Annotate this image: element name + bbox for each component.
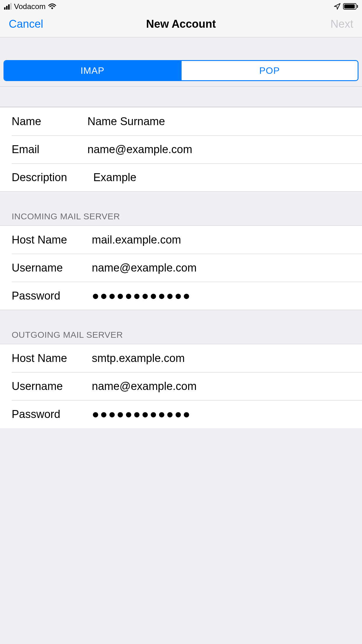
account-group: Name Email Description [0, 107, 362, 192]
outgoing-host-label: Host Name [12, 352, 92, 365]
row-incoming-host[interactable]: Host Name [0, 226, 362, 254]
tab-imap[interactable]: IMAP [4, 61, 181, 80]
row-incoming-user[interactable]: Username [0, 254, 362, 282]
incoming-host-field[interactable] [92, 234, 350, 246]
next-button[interactable]: Next [331, 18, 353, 30]
row-email[interactable]: Email [0, 135, 362, 163]
status-bar: Vodacom [0, 0, 362, 13]
email-field[interactable] [87, 143, 350, 156]
outgoing-host-field[interactable] [92, 352, 350, 365]
outgoing-header: Outgoing Mail Server [0, 310, 362, 344]
page-title: New Account [55, 18, 307, 30]
outgoing-pass-label: Password [12, 408, 92, 421]
spacer [0, 87, 362, 107]
outgoing-user-field[interactable] [92, 380, 350, 393]
row-name[interactable]: Name [0, 107, 362, 135]
incoming-user-field[interactable] [92, 262, 350, 274]
outgoing-group: Host Name Username Password ●●●●●●●●●●●● [0, 344, 362, 428]
outgoing-pass-field[interactable]: ●●●●●●●●●●●● [92, 407, 350, 421]
name-label: Name [12, 115, 87, 128]
row-description[interactable]: Description [0, 163, 362, 191]
status-right [334, 3, 358, 10]
outgoing-user-label: Username [12, 380, 92, 393]
incoming-user-label: Username [12, 262, 92, 274]
carrier-label: Vodacom [14, 2, 45, 11]
description-label: Description [12, 171, 93, 184]
row-outgoing-user[interactable]: Username [0, 372, 362, 400]
battery-icon [343, 3, 358, 10]
description-field[interactable] [93, 171, 350, 184]
incoming-pass-label: Password [12, 290, 92, 302]
cancel-button[interactable]: Cancel [9, 18, 43, 30]
protocol-segmented: IMAP POP [3, 60, 359, 81]
incoming-group: Host Name Username Password ●●●●●●●●●●●● [0, 225, 362, 310]
row-incoming-pass[interactable]: Password ●●●●●●●●●●●● [0, 282, 362, 310]
nav-bar: Cancel New Account Next [0, 13, 362, 37]
row-outgoing-pass[interactable]: Password ●●●●●●●●●●●● [0, 400, 362, 428]
location-icon [334, 3, 341, 10]
segmented-section: IMAP POP [0, 37, 362, 87]
incoming-host-label: Host Name [12, 234, 92, 246]
signal-icon [4, 3, 12, 10]
name-field[interactable] [87, 115, 350, 128]
status-left: Vodacom [4, 2, 57, 11]
row-outgoing-host[interactable]: Host Name [0, 344, 362, 372]
tab-pop[interactable]: POP [181, 61, 358, 80]
incoming-header: Incoming Mail Server [0, 192, 362, 225]
wifi-icon [48, 3, 57, 10]
email-label: Email [12, 143, 87, 156]
incoming-pass-field[interactable]: ●●●●●●●●●●●● [92, 289, 350, 303]
